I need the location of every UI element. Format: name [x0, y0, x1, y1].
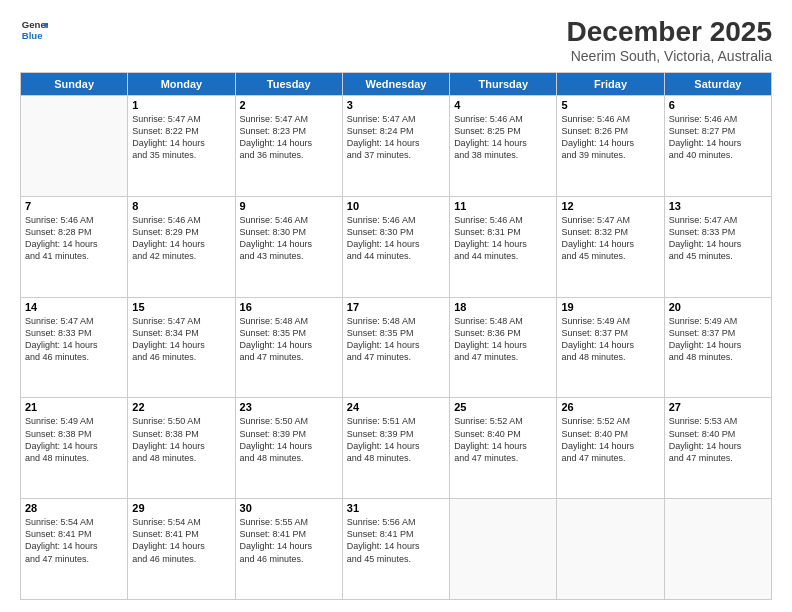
day-number: 7 — [25, 200, 123, 212]
day-info: Sunrise: 5:53 AMSunset: 8:40 PMDaylight:… — [669, 415, 767, 464]
day-info: Sunrise: 5:50 AMSunset: 8:39 PMDaylight:… — [240, 415, 338, 464]
logo-icon: General Blue — [20, 16, 48, 44]
day-info: Sunrise: 5:46 AMSunset: 8:25 PMDaylight:… — [454, 113, 552, 162]
day-number: 6 — [669, 99, 767, 111]
calendar-cell: 29Sunrise: 5:54 AMSunset: 8:41 PMDayligh… — [128, 499, 235, 600]
calendar-cell: 13Sunrise: 5:47 AMSunset: 8:33 PMDayligh… — [664, 196, 771, 297]
day-number: 27 — [669, 401, 767, 413]
calendar-cell: 16Sunrise: 5:48 AMSunset: 8:35 PMDayligh… — [235, 297, 342, 398]
calendar-table: SundayMondayTuesdayWednesdayThursdayFrid… — [20, 72, 772, 600]
day-number: 19 — [561, 301, 659, 313]
svg-text:Blue: Blue — [22, 30, 43, 41]
calendar-cell: 2Sunrise: 5:47 AMSunset: 8:23 PMDaylight… — [235, 96, 342, 197]
day-number: 30 — [240, 502, 338, 514]
day-info: Sunrise: 5:49 AMSunset: 8:37 PMDaylight:… — [561, 315, 659, 364]
day-number: 31 — [347, 502, 445, 514]
calendar-cell: 21Sunrise: 5:49 AMSunset: 8:38 PMDayligh… — [21, 398, 128, 499]
day-number: 10 — [347, 200, 445, 212]
header: General Blue December 2025 Neerim South,… — [20, 16, 772, 64]
calendar-header-thursday: Thursday — [450, 73, 557, 96]
day-info: Sunrise: 5:55 AMSunset: 8:41 PMDaylight:… — [240, 516, 338, 565]
calendar-cell: 30Sunrise: 5:55 AMSunset: 8:41 PMDayligh… — [235, 499, 342, 600]
calendar-cell: 18Sunrise: 5:48 AMSunset: 8:36 PMDayligh… — [450, 297, 557, 398]
day-info: Sunrise: 5:52 AMSunset: 8:40 PMDaylight:… — [454, 415, 552, 464]
calendar-cell — [450, 499, 557, 600]
calendar-cell: 3Sunrise: 5:47 AMSunset: 8:24 PMDaylight… — [342, 96, 449, 197]
calendar-cell: 20Sunrise: 5:49 AMSunset: 8:37 PMDayligh… — [664, 297, 771, 398]
day-info: Sunrise: 5:54 AMSunset: 8:41 PMDaylight:… — [25, 516, 123, 565]
calendar-cell: 12Sunrise: 5:47 AMSunset: 8:32 PMDayligh… — [557, 196, 664, 297]
calendar-cell: 7Sunrise: 5:46 AMSunset: 8:28 PMDaylight… — [21, 196, 128, 297]
calendar-cell: 10Sunrise: 5:46 AMSunset: 8:30 PMDayligh… — [342, 196, 449, 297]
day-info: Sunrise: 5:46 AMSunset: 8:28 PMDaylight:… — [25, 214, 123, 263]
day-info: Sunrise: 5:46 AMSunset: 8:26 PMDaylight:… — [561, 113, 659, 162]
day-info: Sunrise: 5:47 AMSunset: 8:22 PMDaylight:… — [132, 113, 230, 162]
day-number: 9 — [240, 200, 338, 212]
calendar-cell: 23Sunrise: 5:50 AMSunset: 8:39 PMDayligh… — [235, 398, 342, 499]
calendar-header-wednesday: Wednesday — [342, 73, 449, 96]
day-number: 22 — [132, 401, 230, 413]
day-info: Sunrise: 5:47 AMSunset: 8:23 PMDaylight:… — [240, 113, 338, 162]
day-number: 28 — [25, 502, 123, 514]
day-info: Sunrise: 5:47 AMSunset: 8:24 PMDaylight:… — [347, 113, 445, 162]
day-number: 24 — [347, 401, 445, 413]
calendar-cell — [664, 499, 771, 600]
calendar-week-2: 7Sunrise: 5:46 AMSunset: 8:28 PMDaylight… — [21, 196, 772, 297]
day-info: Sunrise: 5:47 AMSunset: 8:34 PMDaylight:… — [132, 315, 230, 364]
calendar-cell: 25Sunrise: 5:52 AMSunset: 8:40 PMDayligh… — [450, 398, 557, 499]
day-number: 14 — [25, 301, 123, 313]
calendar-week-3: 14Sunrise: 5:47 AMSunset: 8:33 PMDayligh… — [21, 297, 772, 398]
calendar-cell: 19Sunrise: 5:49 AMSunset: 8:37 PMDayligh… — [557, 297, 664, 398]
calendar-cell — [21, 96, 128, 197]
page: General Blue December 2025 Neerim South,… — [0, 0, 792, 612]
calendar-week-5: 28Sunrise: 5:54 AMSunset: 8:41 PMDayligh… — [21, 499, 772, 600]
day-info: Sunrise: 5:49 AMSunset: 8:37 PMDaylight:… — [669, 315, 767, 364]
day-number: 16 — [240, 301, 338, 313]
calendar-header-tuesday: Tuesday — [235, 73, 342, 96]
calendar-cell: 22Sunrise: 5:50 AMSunset: 8:38 PMDayligh… — [128, 398, 235, 499]
main-title: December 2025 — [567, 16, 772, 48]
calendar-week-4: 21Sunrise: 5:49 AMSunset: 8:38 PMDayligh… — [21, 398, 772, 499]
day-info: Sunrise: 5:56 AMSunset: 8:41 PMDaylight:… — [347, 516, 445, 565]
day-info: Sunrise: 5:46 AMSunset: 8:29 PMDaylight:… — [132, 214, 230, 263]
calendar-header-monday: Monday — [128, 73, 235, 96]
calendar-cell: 11Sunrise: 5:46 AMSunset: 8:31 PMDayligh… — [450, 196, 557, 297]
day-number: 17 — [347, 301, 445, 313]
day-number: 25 — [454, 401, 552, 413]
calendar-cell: 14Sunrise: 5:47 AMSunset: 8:33 PMDayligh… — [21, 297, 128, 398]
calendar-cell: 5Sunrise: 5:46 AMSunset: 8:26 PMDaylight… — [557, 96, 664, 197]
day-number: 1 — [132, 99, 230, 111]
day-number: 11 — [454, 200, 552, 212]
calendar-cell: 17Sunrise: 5:48 AMSunset: 8:35 PMDayligh… — [342, 297, 449, 398]
day-info: Sunrise: 5:54 AMSunset: 8:41 PMDaylight:… — [132, 516, 230, 565]
day-info: Sunrise: 5:46 AMSunset: 8:31 PMDaylight:… — [454, 214, 552, 263]
calendar-cell: 15Sunrise: 5:47 AMSunset: 8:34 PMDayligh… — [128, 297, 235, 398]
day-info: Sunrise: 5:48 AMSunset: 8:36 PMDaylight:… — [454, 315, 552, 364]
day-info: Sunrise: 5:48 AMSunset: 8:35 PMDaylight:… — [347, 315, 445, 364]
day-number: 20 — [669, 301, 767, 313]
day-info: Sunrise: 5:49 AMSunset: 8:38 PMDaylight:… — [25, 415, 123, 464]
day-number: 21 — [25, 401, 123, 413]
day-number: 8 — [132, 200, 230, 212]
calendar-cell — [557, 499, 664, 600]
calendar-cell: 8Sunrise: 5:46 AMSunset: 8:29 PMDaylight… — [128, 196, 235, 297]
day-info: Sunrise: 5:47 AMSunset: 8:32 PMDaylight:… — [561, 214, 659, 263]
day-info: Sunrise: 5:46 AMSunset: 8:30 PMDaylight:… — [240, 214, 338, 263]
calendar-cell: 26Sunrise: 5:52 AMSunset: 8:40 PMDayligh… — [557, 398, 664, 499]
subtitle: Neerim South, Victoria, Australia — [567, 48, 772, 64]
day-number: 26 — [561, 401, 659, 413]
calendar-cell: 6Sunrise: 5:46 AMSunset: 8:27 PMDaylight… — [664, 96, 771, 197]
calendar-cell: 1Sunrise: 5:47 AMSunset: 8:22 PMDaylight… — [128, 96, 235, 197]
day-info: Sunrise: 5:46 AMSunset: 8:27 PMDaylight:… — [669, 113, 767, 162]
calendar-cell: 27Sunrise: 5:53 AMSunset: 8:40 PMDayligh… — [664, 398, 771, 499]
day-number: 3 — [347, 99, 445, 111]
day-info: Sunrise: 5:47 AMSunset: 8:33 PMDaylight:… — [669, 214, 767, 263]
day-number: 12 — [561, 200, 659, 212]
calendar-week-1: 1Sunrise: 5:47 AMSunset: 8:22 PMDaylight… — [21, 96, 772, 197]
calendar-header-row: SundayMondayTuesdayWednesdayThursdayFrid… — [21, 73, 772, 96]
day-info: Sunrise: 5:50 AMSunset: 8:38 PMDaylight:… — [132, 415, 230, 464]
day-number: 15 — [132, 301, 230, 313]
calendar-cell: 31Sunrise: 5:56 AMSunset: 8:41 PMDayligh… — [342, 499, 449, 600]
day-number: 4 — [454, 99, 552, 111]
calendar-header-saturday: Saturday — [664, 73, 771, 96]
